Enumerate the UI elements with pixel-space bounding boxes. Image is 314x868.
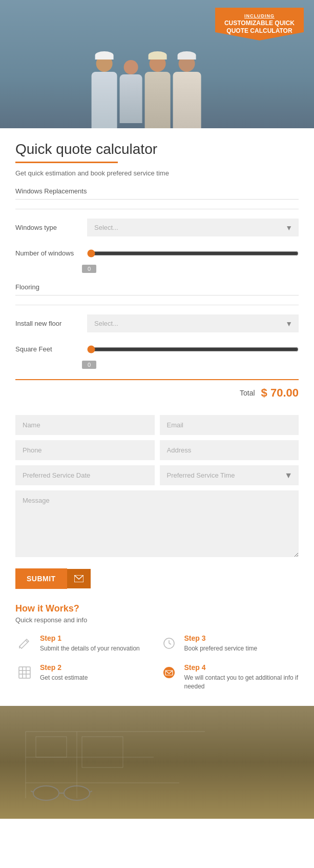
email-input[interactable] xyxy=(160,415,299,435)
steps-grid: Step 1 Submit the details of your renova… xyxy=(15,634,299,691)
how-it-works-subtitle: Quick response and info xyxy=(15,616,299,624)
step-1-icon-wrapper xyxy=(15,634,34,653)
page-title: Quick quote calculator xyxy=(15,141,299,157)
envelope-icon xyxy=(74,575,83,582)
step-4-content: Step 4 We will contact you to get additi… xyxy=(184,663,299,691)
sqft-slider-container xyxy=(87,343,299,356)
total-amount: $ 70.00 xyxy=(261,386,299,400)
submit-icon-box[interactable] xyxy=(67,569,91,588)
address-input[interactable] xyxy=(160,440,299,460)
preferred-date-input[interactable] xyxy=(15,465,155,485)
svg-line-5 xyxy=(169,643,171,644)
num-windows-value: 0 xyxy=(82,265,96,273)
clock-icon xyxy=(162,636,176,650)
floor-type-row: Install new floor Select... Hardwood Lam… xyxy=(15,314,299,332)
person-head xyxy=(96,55,112,72)
table-icon xyxy=(17,665,32,680)
main-card: Quick quote calculator Get quick estimat… xyxy=(0,128,314,706)
person-body xyxy=(144,72,170,128)
svg-line-24 xyxy=(90,791,92,792)
windows-type-row: Windows type Select... Single Pane Doubl… xyxy=(15,219,299,236)
svg-rect-18 xyxy=(36,737,67,757)
pencil-icon xyxy=(17,636,32,650)
glasses-decoration xyxy=(31,783,92,803)
preferred-time-wrapper: Preferred Service Time Morning (8am-12pm… xyxy=(160,465,299,485)
num-windows-row: Number of windows xyxy=(15,247,299,260)
floor-type-select[interactable]: Select... Hardwood Laminate Tile Carpet … xyxy=(87,314,299,332)
helmet xyxy=(148,51,166,60)
bottom-image-section xyxy=(0,706,314,819)
step-4-desc: We will contact you to get additional in… xyxy=(184,674,299,691)
person-4 xyxy=(173,55,201,128)
submit-row: Submit xyxy=(15,568,299,589)
message-input[interactable] xyxy=(15,490,299,557)
total-row: Total $ 70.00 xyxy=(15,379,299,406)
person-body xyxy=(173,72,201,128)
sqft-value-row: 0 xyxy=(15,360,299,369)
contact-grid-2 xyxy=(15,440,299,460)
helmet xyxy=(178,51,196,60)
step-4-title: Step 4 xyxy=(184,663,299,672)
step-1-desc: Submit the details of your renovation xyxy=(40,644,140,653)
windows-type-label: Windows type xyxy=(15,224,82,231)
step-3-icon-wrapper xyxy=(160,634,178,653)
preferred-time-select[interactable]: Preferred Service Time Morning (8am-12pm… xyxy=(160,465,299,485)
floor-type-select-wrapper: Select... Hardwood Laminate Tile Carpet … xyxy=(87,314,299,332)
badge-including: INCLUDING xyxy=(224,13,295,19)
sqft-value: 0 xyxy=(82,361,96,369)
windows-section-header: Windows Replacements xyxy=(15,187,299,200)
num-windows-slider[interactable] xyxy=(87,249,299,258)
windows-divider xyxy=(15,209,299,209)
step-1-title: Step 1 xyxy=(40,634,140,642)
floor-type-label: Install new floor xyxy=(15,320,82,327)
sqft-row: Square Feet xyxy=(15,343,299,356)
num-windows-slider-container xyxy=(87,247,299,260)
svg-line-23 xyxy=(31,791,33,792)
helmet xyxy=(95,51,113,60)
step-1-content: Step 1 Submit the details of your renova… xyxy=(40,634,140,653)
step-4-icon-wrapper xyxy=(160,663,178,682)
person-body xyxy=(119,74,142,123)
person-1 xyxy=(91,55,117,128)
submit-button[interactable]: Submit xyxy=(15,568,67,589)
svg-rect-6 xyxy=(19,667,30,678)
step-3-title: Step 3 xyxy=(184,634,258,642)
step-4-item: Step 4 We will contact you to get additi… xyxy=(160,663,299,691)
step-3-content: Step 3 Book prefered service time xyxy=(184,634,258,653)
person-head xyxy=(123,60,138,74)
total-label: Total xyxy=(240,389,255,397)
step-2-icon-wrapper xyxy=(15,663,34,682)
step-2-desc: Get cost estimate xyxy=(40,674,88,682)
svg-point-20 xyxy=(33,786,59,800)
num-windows-label: Number of windows xyxy=(15,249,82,257)
how-it-works-title: How it Works? xyxy=(15,603,299,614)
sqft-slider[interactable] xyxy=(87,345,299,353)
svg-point-21 xyxy=(64,786,90,800)
svg-point-11 xyxy=(163,667,175,678)
svg-line-1 xyxy=(26,640,28,642)
flooring-divider xyxy=(15,305,299,305)
step-2-content: Step 2 Get cost estimate xyxy=(40,663,88,682)
step-1-item: Step 1 Submit the details of your renova… xyxy=(15,634,155,653)
step-2-title: Step 2 xyxy=(40,663,88,672)
hero-section: INCLUDING CUSTOMIZABLE QUICKQUOTE CALCUL… xyxy=(0,0,314,128)
svg-rect-19 xyxy=(82,737,123,767)
num-windows-value-row: 0 xyxy=(15,264,299,273)
how-it-works-section: How it Works? Quick response and info St… xyxy=(15,603,299,691)
person-2 xyxy=(119,60,142,123)
sqft-label: Square Feet xyxy=(15,345,82,353)
windows-type-select-wrapper: Select... Single Pane Double Pane Triple… xyxy=(87,219,299,236)
flooring-section-header: Flooring xyxy=(15,283,299,295)
windows-type-select[interactable]: Select... Single Pane Double Pane Triple… xyxy=(87,219,299,236)
name-input[interactable] xyxy=(15,415,155,435)
person-head xyxy=(149,55,165,72)
person-body xyxy=(91,72,117,128)
step-3-item: Step 3 Book prefered service time xyxy=(160,634,299,653)
hero-people xyxy=(91,55,201,128)
step-2-item: Step 2 Get cost estimate xyxy=(15,663,155,691)
step-3-desc: Book prefered service time xyxy=(184,644,258,653)
email-icon xyxy=(162,665,176,680)
page-subtitle: Get quick estimation and book prefered s… xyxy=(15,169,299,177)
phone-input[interactable] xyxy=(15,440,155,460)
title-underline xyxy=(15,162,118,163)
